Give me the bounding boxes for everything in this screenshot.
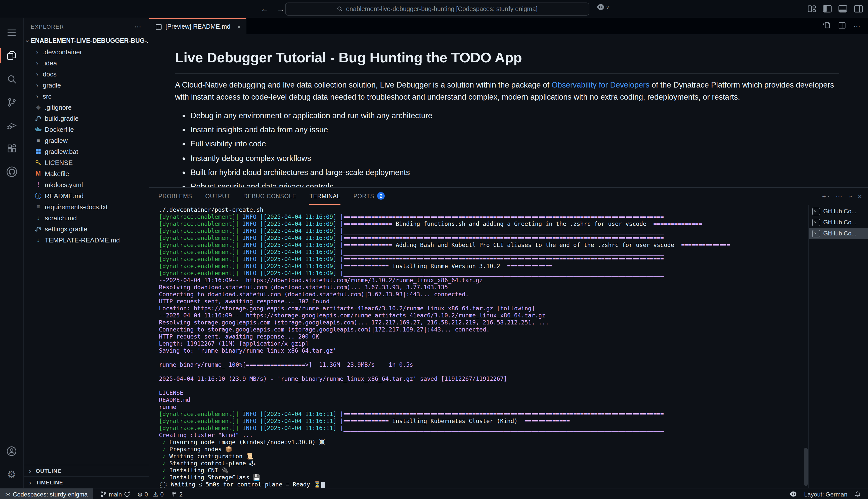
chevron-right-icon: ›	[35, 70, 40, 78]
terminal-line: runme	[159, 403, 808, 411]
tree-item[interactable]: ›gradle	[24, 80, 149, 90]
terminal-line: HTTP request sent, awaiting response... …	[159, 333, 808, 340]
terminal-line: HTTP request sent, awaiting response... …	[159, 298, 808, 305]
feature-bullet: Full visibility into code	[190, 138, 839, 150]
panel-more-actions-icon[interactable]: ⋯	[836, 192, 843, 200]
terminal-line: [dynatrace.enablement]| INFO |[2025-04-0…	[159, 256, 808, 263]
remote-indicator[interactable]: >< Codespaces: sturdy enigma	[0, 488, 93, 499]
page-title: Live Debugger Tutorial - Bug Hunting the…	[175, 48, 839, 74]
text-file-icon: ≡	[35, 137, 42, 143]
tree-root-folder[interactable]: › ENABLEMENT-LIVE-DEBUGGER-BUG-...	[24, 35, 149, 46]
terminal-line: Creating cluster "kind" ...	[159, 431, 808, 439]
open-source-file-icon[interactable]	[823, 21, 831, 31]
forward-arrow-icon[interactable]: →	[276, 4, 285, 13]
maximize-panel-icon[interactable]: ›	[846, 195, 854, 197]
key-icon	[35, 159, 42, 166]
close-icon[interactable]: ×	[237, 23, 241, 31]
tree-item[interactable]: ↓TEMPLATE-README.md	[24, 234, 149, 245]
tree-item[interactable]: build.gradle	[24, 113, 149, 124]
sidebar-item-search[interactable]	[0, 68, 23, 90]
split-editor-icon[interactable]	[838, 21, 846, 31]
toggle-panel-button[interactable]	[838, 5, 847, 13]
ports-indicator[interactable]: 2	[171, 491, 183, 498]
broadcast-icon	[171, 491, 177, 498]
sidebar-item-explorer[interactable]	[0, 44, 23, 68]
tree-item[interactable]: LICENSE	[24, 157, 149, 168]
keyboard-layout-indicator[interactable]: Layout: German	[804, 491, 847, 498]
tree-item[interactable]: ↓scratch.md	[24, 212, 149, 223]
terminal-line: Connecting to download.stateful.com (dow…	[159, 291, 808, 298]
settings-gear-icon[interactable]: ⚙	[0, 463, 23, 486]
timeline-section-header[interactable]: › TIMELINE	[24, 476, 149, 488]
terminal-list-item[interactable]: >_GitHub Co...	[809, 217, 868, 228]
observability-link[interactable]: Observability for Developers	[552, 81, 649, 89]
tree-item[interactable]: ›.idea	[24, 57, 149, 69]
terminal-line: [dynatrace.enablement]| INFO |[2025-04-0…	[159, 425, 808, 431]
sidebar-item-github[interactable]	[0, 160, 23, 183]
panel-tab-terminal[interactable]: TERMINAL	[310, 187, 340, 205]
problems-indicator[interactable]: ⊗ 0 ⚠ 0	[138, 491, 164, 498]
feature-bullet: Debug in any environment or application …	[190, 110, 839, 121]
tab-preview-readme[interactable]: [Preview] README.md ×	[149, 18, 246, 35]
back-arrow-icon[interactable]: ←	[260, 4, 269, 13]
more-actions-icon[interactable]: ⋯	[853, 22, 861, 30]
tree-item[interactable]: MMakefile	[24, 168, 149, 179]
gradle-icon	[35, 226, 42, 232]
tree-item[interactable]: Dockerfile	[24, 124, 149, 135]
yaml-icon: !	[35, 182, 42, 187]
remote-icon: ><	[5, 492, 10, 497]
tree-item[interactable]: gradlew.bat	[24, 146, 149, 157]
command-center-search[interactable]: enablement-live-debugger-bug-hunting [Co…	[285, 2, 590, 16]
panel-tab-output[interactable]: OUTPUT	[205, 187, 230, 205]
copilot-status-icon[interactable]	[790, 490, 797, 498]
customize-layout-button[interactable]	[807, 5, 816, 13]
panel-tab-ports[interactable]: PORTS2	[353, 187, 385, 205]
branch-indicator[interactable]: main	[100, 491, 131, 498]
tree-item[interactable]: settings.gradle	[24, 223, 149, 234]
terminal-output[interactable]: ./.devcontainer/post-create.sh[dynatrace…	[149, 205, 808, 488]
outline-section-header[interactable]: › OUTLINE	[24, 465, 149, 476]
ports-badge: 2	[377, 192, 385, 200]
makefile-icon: M	[35, 171, 42, 177]
sidebar-item-run-debug[interactable]	[0, 114, 23, 137]
intro-paragraph: A Cloud-Native debugging and live data c…	[175, 79, 839, 102]
windows-icon	[35, 149, 42, 154]
git-icon: ◆	[35, 104, 42, 110]
tree-item[interactable]: ≡requirements-docs.txt	[24, 201, 149, 212]
tree-item[interactable]: ⓘREADME.md	[24, 190, 149, 201]
notifications-bell-icon[interactable]	[854, 491, 861, 498]
title-bar: ← → enablement-live-debugger-bug-hunting…	[0, 0, 868, 18]
copilot-menu-button[interactable]: ∨	[596, 3, 609, 12]
toggle-secondary-sidebar-button[interactable]	[854, 5, 863, 13]
tree-item[interactable]: ›docs	[24, 69, 149, 80]
sidebar-item-source-control[interactable]	[0, 90, 23, 114]
terminal-line: [dynatrace.enablement]| INFO |[2025-04-0…	[159, 417, 808, 425]
terminal-line: ✓ Starting control-plane 🕹	[159, 460, 808, 467]
info-icon: ⓘ	[35, 192, 42, 199]
close-panel-icon[interactable]: ×	[858, 192, 862, 200]
search-value: enablement-live-debugger-bug-hunting [Co…	[346, 5, 537, 13]
terminal-scrollbar[interactable]	[804, 448, 808, 486]
panel-tab-problems[interactable]: PROBLEMS	[158, 187, 192, 205]
terminal-list-item[interactable]: >_GitHub Co...	[809, 228, 868, 239]
new-terminal-button[interactable]: +›	[822, 192, 829, 200]
terminal-line: Location: https://storage.googleapis.com…	[159, 305, 808, 312]
copilot-icon	[596, 3, 605, 12]
tree-item[interactable]: ›src	[24, 90, 149, 101]
toggle-sidebar-button[interactable]	[823, 5, 832, 13]
terminal-list-item[interactable]: >_GitHub Co...	[809, 206, 868, 217]
panel-tab-debug-console[interactable]: DEBUG CONSOLE	[244, 187, 296, 205]
terminal-line: README.md	[159, 397, 808, 403]
account-icon[interactable]	[0, 440, 23, 463]
menu-icon[interactable]	[0, 21, 23, 44]
tree-item[interactable]: ≡gradlew	[24, 135, 149, 146]
feature-bullet: Instant insights and data from any issue	[190, 124, 839, 136]
explorer-more-actions-icon[interactable]: ⋯	[134, 23, 142, 31]
tree-item[interactable]: ›.devcontainer	[24, 46, 149, 57]
sidebar-item-extensions[interactable]	[0, 137, 23, 160]
terminal-line: [dynatrace.enablement]| INFO |[2025-04-0…	[159, 227, 808, 234]
tree-item[interactable]: ◆.gitignore	[24, 101, 149, 113]
editor-tab-bar: [Preview] README.md × ⋯	[149, 18, 868, 35]
tree-item[interactable]: !mkdocs.yaml	[24, 179, 149, 190]
terminal-line: LICENSE	[159, 389, 808, 397]
